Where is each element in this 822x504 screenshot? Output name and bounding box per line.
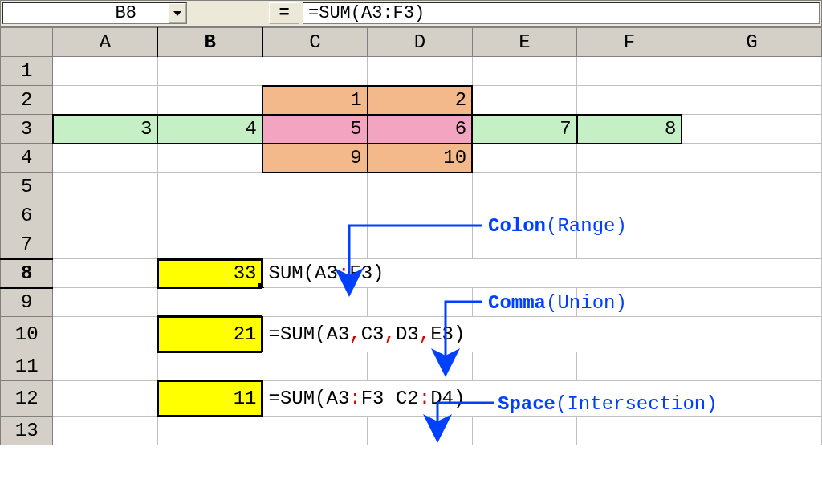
cell-A2[interactable]: [53, 86, 158, 115]
col-header-G[interactable]: G: [682, 28, 821, 57]
row-header-11[interactable]: 11: [1, 352, 53, 381]
cell-B3[interactable]: 4: [157, 115, 262, 144]
cell-C2[interactable]: 1: [262, 86, 368, 115]
row-header-4[interactable]: 4: [1, 144, 53, 173]
cell-G2[interactable]: [682, 86, 821, 115]
col-header-E[interactable]: E: [472, 28, 577, 57]
cell-A1[interactable]: [53, 57, 158, 86]
cell-F1[interactable]: [577, 57, 682, 86]
name-box-value: B8: [3, 3, 169, 23]
grid-table[interactable]: A B C D E F G 1 2 1 2: [0, 27, 822, 445]
cell-G1[interactable]: [682, 57, 821, 86]
cell-A8[interactable]: [53, 259, 158, 288]
row-header-2[interactable]: 2: [1, 86, 53, 115]
cell-B10[interactable]: 21: [157, 317, 262, 352]
formula-input[interactable]: =SUM(A3:F3): [303, 2, 820, 24]
name-box[interactable]: B8: [2, 2, 187, 24]
cell-E4[interactable]: [472, 144, 577, 173]
cell-D4[interactable]: 10: [368, 144, 473, 173]
cell-C1[interactable]: [262, 57, 368, 86]
cell-B1[interactable]: [157, 57, 262, 86]
annotation-space: Space(Intersection): [498, 393, 718, 415]
row-header-5[interactable]: 5: [1, 173, 53, 201]
cell-A12[interactable]: [53, 381, 158, 417]
cell-B12[interactable]: 11: [157, 381, 262, 417]
cell-A4[interactable]: [53, 144, 158, 173]
row-header-1[interactable]: 1: [1, 57, 53, 86]
cell-F3[interactable]: 8: [577, 115, 682, 144]
row-header-13[interactable]: 13: [1, 417, 53, 445]
cell-A10[interactable]: [53, 317, 158, 352]
select-all-corner[interactable]: [1, 28, 53, 57]
equals-button[interactable]: =: [269, 2, 299, 24]
cell-D3[interactable]: 6: [368, 115, 473, 144]
cell-E3[interactable]: 7: [472, 115, 577, 144]
cell-E1[interactable]: [472, 57, 577, 86]
cell-C10-formula[interactable]: =SUM(A3,C3,D3,E3): [262, 317, 822, 352]
row-header-7[interactable]: 7: [1, 230, 53, 259]
cell-A3[interactable]: 3: [53, 115, 158, 144]
row-header-6[interactable]: 6: [1, 201, 53, 230]
cell-E2[interactable]: [472, 86, 577, 115]
cell-G4[interactable]: [682, 144, 821, 173]
row-header-3[interactable]: 3: [1, 115, 53, 144]
cell-F2[interactable]: [577, 86, 682, 115]
cell-B4[interactable]: [157, 144, 262, 173]
cell-C3[interactable]: 5: [262, 115, 368, 144]
col-header-C[interactable]: C: [262, 28, 368, 57]
row-header-12[interactable]: 12: [1, 381, 53, 417]
col-header-F[interactable]: F: [577, 28, 682, 57]
annotation-comma: Comma(Union): [488, 292, 627, 314]
row-header-8[interactable]: 8: [1, 259, 53, 288]
col-header-B[interactable]: B: [157, 28, 262, 57]
cell-B2[interactable]: [157, 86, 262, 115]
cell-D1[interactable]: [368, 57, 473, 86]
cell-C4[interactable]: 9: [262, 144, 368, 173]
col-header-D[interactable]: D: [368, 28, 473, 57]
col-header-A[interactable]: A: [53, 28, 158, 57]
cell-B8[interactable]: 33: [157, 259, 262, 288]
row-header-10[interactable]: 10: [1, 317, 53, 352]
cell-C8-formula[interactable]: SUM(A3:F3): [262, 259, 822, 288]
name-box-dropdown[interactable]: [169, 3, 186, 23]
formula-bar: B8 = =SUM(A3:F3): [0, 0, 822, 27]
annotation-colon: Colon(Range): [488, 215, 627, 237]
chevron-down-icon: [173, 11, 181, 16]
row-header-9[interactable]: 9: [1, 288, 53, 317]
cell-F4[interactable]: [577, 144, 682, 173]
spreadsheet-grid: A B C D E F G 1 2 1 2: [0, 27, 822, 445]
excel-window: B8 = =SUM(A3:F3) A B C: [0, 0, 822, 445]
cell-G3[interactable]: [682, 115, 821, 144]
cell-D2[interactable]: 2: [368, 86, 473, 115]
